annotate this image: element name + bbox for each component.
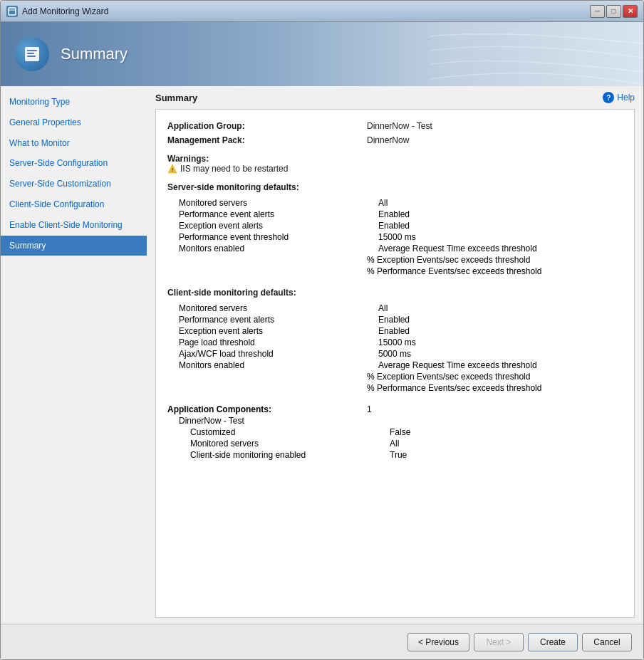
header-icon <box>15 37 49 71</box>
window-controls: ─ □ ✕ <box>590 5 638 18</box>
management-pack-row: Management Pack: DinnerNow <box>167 135 623 145</box>
server-monitored-servers-value: All <box>378 198 388 208</box>
client-side-label: Client-side monitoring defaults: <box>167 288 623 298</box>
warning-icon: ! <box>167 164 177 174</box>
sidebar-item-what-to-monitor[interactable]: What to Monitor <box>1 133 147 154</box>
comp-monitored-servers-label: Monitored servers <box>190 439 390 449</box>
application-group-label: Application Group: <box>167 121 367 131</box>
server-side-label: Server-side monitoring defaults: <box>167 182 623 192</box>
svg-rect-5 <box>27 50 37 51</box>
server-monitors-value3: % Performance Events/sec exceeds thresho… <box>367 266 541 276</box>
svg-rect-6 <box>27 53 34 54</box>
server-perf-alerts-label: Performance event alerts <box>179 209 378 219</box>
sidebar-item-summary[interactable]: Summary <box>1 236 147 256</box>
client-perf-alerts-row: Performance event alerts Enabled <box>179 315 623 325</box>
client-ajax-label: Ajax/WCF load threshold <box>179 349 378 359</box>
minimize-button[interactable]: ─ <box>590 5 605 18</box>
body: Monitoring Type General Properties What … <box>1 86 643 624</box>
server-monitored-servers-label: Monitored servers <box>179 198 378 208</box>
main-header: Summary ? Help <box>155 92 635 103</box>
client-monitors-row: Monitors enabled Average Request Time ex… <box>179 360 623 370</box>
server-exception-alerts-value: Enabled <box>378 221 410 231</box>
server-monitors-row: Monitors enabled Average Request Time ex… <box>179 243 623 253</box>
warnings-label: Warnings: <box>167 154 623 164</box>
sidebar-item-server-side-configuration[interactable]: Server-Side Configuration <box>1 153 147 174</box>
sidebar: Monitoring Type General Properties What … <box>1 86 147 624</box>
help-label: Help <box>617 93 635 103</box>
summary-box: Application Group: DinnerNow - Test Mana… <box>155 109 635 618</box>
server-perf-alerts-value: Enabled <box>378 209 410 219</box>
title-bar: Add Monitoring Wizard ─ □ ✕ <box>1 1 643 22</box>
server-monitors-value2-row: % Exception Events/sec exceeds threshold <box>367 255 623 265</box>
close-button[interactable]: ✕ <box>623 5 638 18</box>
header-title: Summary <box>61 45 128 63</box>
client-page-load-value: 15000 ms <box>378 337 416 347</box>
client-monitors-value3-row: % Performance Events/sec exceeds thresho… <box>367 383 623 393</box>
sidebar-item-server-side-customization[interactable]: Server-Side Customization <box>1 174 147 194</box>
main-content: Summary ? Help Application Group: Dinner… <box>147 86 643 624</box>
app-components-label: Application Components: <box>167 404 367 414</box>
create-button[interactable]: Create <box>528 633 578 651</box>
customized-row: Customized False <box>190 427 623 437</box>
client-monitors-value1: Average Request Time exceeds threshold <box>378 360 537 370</box>
maximize-button[interactable]: □ <box>606 5 621 18</box>
application-group-value: DinnerNow - Test <box>367 121 432 131</box>
sidebar-item-monitoring-type[interactable]: Monitoring Type <box>1 92 147 112</box>
window-icon <box>6 6 18 17</box>
client-ajax-value: 5000 ms <box>378 349 411 359</box>
server-exception-alerts-label: Exception event alerts <box>179 221 378 231</box>
next-button[interactable]: Next > <box>474 633 524 651</box>
app-component-name: DinnerNow - Test <box>179 416 378 426</box>
client-side-section: Client-side monitoring defaults: Monitor… <box>167 288 623 393</box>
client-exception-alerts-value: Enabled <box>378 326 410 336</box>
server-perf-threshold-row: Performance event threshold 15000 ms <box>179 232 623 242</box>
warning-message: IIS may need to be restarted <box>180 164 288 174</box>
client-page-load-row: Page load threshold 15000 ms <box>179 337 623 347</box>
window-title: Add Monitoring Wizard <box>22 6 590 16</box>
client-monitors-label: Monitors enabled <box>179 360 378 370</box>
client-monitors-value2-row: % Exception Events/sec exceeds threshold <box>367 372 623 382</box>
app-components-value: 1 <box>367 404 372 414</box>
svg-point-3 <box>601 22 629 51</box>
svg-text:!: ! <box>172 167 174 173</box>
server-monitored-servers-row: Monitored servers All <box>179 198 623 208</box>
client-monitored-servers-value: All <box>378 303 388 313</box>
app-components-section: Application Components: 1 DinnerNow - Te… <box>167 404 623 460</box>
customized-value: False <box>390 427 410 437</box>
comp-monitored-servers-value: All <box>390 439 399 449</box>
client-monitors-value3: % Performance Events/sec exceeds thresho… <box>367 383 541 393</box>
previous-button[interactable]: < Previous <box>407 633 469 651</box>
client-monitored-servers-label: Monitored servers <box>179 303 378 313</box>
server-perf-threshold-value: 15000 ms <box>378 232 416 242</box>
client-monitoring-enabled-row: Client-side monitoring enabled True <box>190 450 623 460</box>
app-components-header-row: Application Components: 1 <box>167 404 623 414</box>
header-area: Summary <box>1 22 643 86</box>
management-pack-label: Management Pack: <box>167 135 367 145</box>
help-link[interactable]: ? Help <box>603 92 635 103</box>
server-monitors-value1: Average Request Time exceeds threshold <box>378 243 537 253</box>
client-monitoring-enabled-label: Client-side monitoring enabled <box>190 450 390 460</box>
cancel-button[interactable]: Cancel <box>582 633 632 651</box>
client-page-load-label: Page load threshold <box>179 337 378 347</box>
client-monitored-servers-row: Monitored servers All <box>179 303 623 313</box>
client-exception-alerts-row: Exception event alerts Enabled <box>179 326 623 336</box>
svg-rect-0 <box>9 8 16 15</box>
client-ajax-row: Ajax/WCF load threshold 5000 ms <box>179 349 623 359</box>
client-monitoring-enabled-value: True <box>390 450 407 460</box>
help-icon: ? <box>603 92 614 103</box>
sidebar-item-client-side-configuration[interactable]: Client-Side Configuration <box>1 194 147 215</box>
sidebar-item-general-properties[interactable]: General Properties <box>1 112 147 133</box>
client-exception-alerts-label: Exception event alerts <box>179 326 378 336</box>
footer: < Previous Next > Create Cancel <box>1 624 643 659</box>
client-monitors-value2: % Exception Events/sec exceeds threshold <box>367 372 530 382</box>
main-title: Summary <box>155 93 197 103</box>
client-perf-alerts-label: Performance event alerts <box>179 315 378 325</box>
server-side-section: Server-side monitoring defaults: Monitor… <box>167 182 623 276</box>
main-window: Add Monitoring Wizard ─ □ ✕ Summary <box>0 0 644 660</box>
customized-label: Customized <box>190 427 390 437</box>
warning-text: ! IIS may need to be restarted <box>167 164 623 174</box>
app-component-name-row: DinnerNow - Test <box>179 416 623 426</box>
client-perf-alerts-value: Enabled <box>378 315 410 325</box>
sidebar-item-enable-client-side-monitoring[interactable]: Enable Client-Side Monitoring <box>1 215 147 236</box>
warnings-section: Warnings: ! IIS may need to be restarted <box>167 154 623 174</box>
